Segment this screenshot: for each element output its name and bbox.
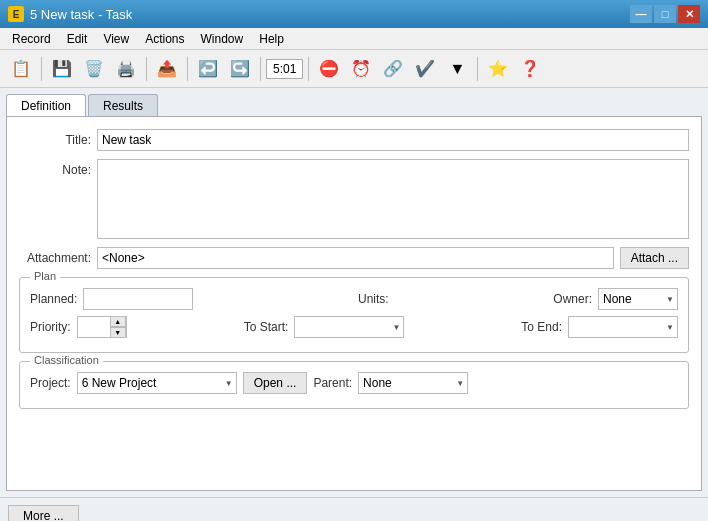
toolbar: 📋 💾 🗑️ 🖨️ 📤 ↩️ ↪️ 5:01 ⛔ ⏰ 🔗 ✔️ ▼ ⭐ ❓ — [0, 50, 708, 88]
class-row1: Project: 6 New Project Open ... Parent: … — [30, 372, 678, 394]
priority-spinner: ▲ ▼ — [77, 316, 127, 338]
undo-btn[interactable]: ↩️ — [193, 55, 223, 83]
classification-group-label: Classification — [30, 354, 103, 366]
check-btn[interactable]: ✔️ — [410, 55, 440, 83]
parent-select[interactable]: None — [358, 372, 468, 394]
project-select[interactable]: 6 New Project — [77, 372, 237, 394]
sep3 — [187, 57, 188, 81]
spin-down[interactable]: ▼ — [110, 327, 126, 338]
note-textarea[interactable] — [97, 159, 689, 239]
plan-group-label: Plan — [30, 270, 60, 282]
clock-btn[interactable]: ⏰ — [346, 55, 376, 83]
main-area: Definition Results Title: Note: Attachme… — [0, 88, 708, 497]
help-btn[interactable]: ❓ — [515, 55, 545, 83]
tab-results[interactable]: Results — [88, 94, 158, 117]
window-controls: — □ ✕ — [630, 5, 700, 23]
menu-actions[interactable]: Actions — [137, 30, 192, 48]
parent-label: Parent: — [313, 376, 352, 390]
new-btn[interactable]: 📋 — [6, 55, 36, 83]
link-btn[interactable]: 🔗 — [378, 55, 408, 83]
delete-btn[interactable]: 🗑️ — [79, 55, 109, 83]
project-label: Project: — [30, 376, 71, 390]
transfer-btn[interactable]: 📤 — [152, 55, 182, 83]
bottom-bar: More ... — [0, 497, 708, 521]
menu-help[interactable]: Help — [251, 30, 292, 48]
spin-btns: ▲ ▼ — [110, 316, 126, 338]
menu-edit[interactable]: Edit — [59, 30, 96, 48]
tab-definition[interactable]: Definition — [6, 94, 86, 117]
sep2 — [146, 57, 147, 81]
priority-label: Priority: — [30, 320, 71, 334]
owner-select-wrap: None — [598, 288, 678, 310]
priority-input[interactable] — [78, 319, 110, 335]
save-btn[interactable]: 💾 — [47, 55, 77, 83]
stop-btn[interactable]: ⛔ — [314, 55, 344, 83]
sep4 — [260, 57, 261, 81]
title-bar: E 5 New task - Task — □ ✕ — [0, 0, 708, 28]
project-select-wrap: 6 New Project — [77, 372, 237, 394]
sep1 — [41, 57, 42, 81]
attachment-row: Attachment: Attach ... — [19, 247, 689, 269]
owner-select[interactable]: None — [598, 288, 678, 310]
tostart-select[interactable] — [294, 316, 404, 338]
check-arrow-btn[interactable]: ▼ — [442, 55, 472, 83]
attachment-label: Attachment: — [19, 251, 91, 265]
planned-input[interactable] — [83, 288, 193, 310]
minimize-button[interactable]: — — [630, 5, 652, 23]
form-panel: Title: Note: Attachment: Attach ... Plan… — [6, 116, 702, 491]
title-input[interactable] — [97, 129, 689, 151]
note-row: Note: — [19, 159, 689, 239]
sep6 — [477, 57, 478, 81]
attachment-input[interactable] — [97, 247, 614, 269]
window-title: 5 New task - Task — [30, 7, 132, 22]
maximize-button[interactable]: □ — [654, 5, 676, 23]
menu-record[interactable]: Record — [4, 30, 59, 48]
units-label: Units: — [358, 292, 389, 306]
toend-select-wrap — [568, 316, 678, 338]
title-row: Title: — [19, 129, 689, 151]
owner-label: Owner: — [553, 292, 592, 306]
sep5 — [308, 57, 309, 81]
menu-window[interactable]: Window — [193, 30, 252, 48]
plan-group: Plan Planned: Units: Owner: None — [19, 277, 689, 353]
toend-label: To End: — [521, 320, 562, 334]
plan-row1: Planned: Units: Owner: None — [30, 288, 678, 310]
time-display: 5:01 — [266, 59, 303, 79]
spin-up[interactable]: ▲ — [110, 316, 126, 327]
open-button[interactable]: Open ... — [243, 372, 308, 394]
close-button[interactable]: ✕ — [678, 5, 700, 23]
plan-row2: Priority: ▲ ▼ To Start: — [30, 316, 678, 338]
planned-label: Planned: — [30, 292, 77, 306]
tostart-label: To Start: — [244, 320, 289, 334]
note-label: Note: — [19, 163, 91, 177]
tab-strip: Definition Results — [6, 94, 702, 117]
parent-select-wrap: None — [358, 372, 468, 394]
title-label: Title: — [19, 133, 91, 147]
attach-button[interactable]: Attach ... — [620, 247, 689, 269]
toend-select[interactable] — [568, 316, 678, 338]
menu-view[interactable]: View — [95, 30, 137, 48]
classification-group: Classification Project: 6 New Project Op… — [19, 361, 689, 409]
more-button[interactable]: More ... — [8, 505, 79, 522]
redo-btn[interactable]: ↪️ — [225, 55, 255, 83]
tostart-select-wrap — [294, 316, 404, 338]
print-btn[interactable]: 🖨️ — [111, 55, 141, 83]
menu-bar: Record Edit View Actions Window Help — [0, 28, 708, 50]
app-icon: E — [8, 6, 24, 22]
star-btn[interactable]: ⭐ — [483, 55, 513, 83]
